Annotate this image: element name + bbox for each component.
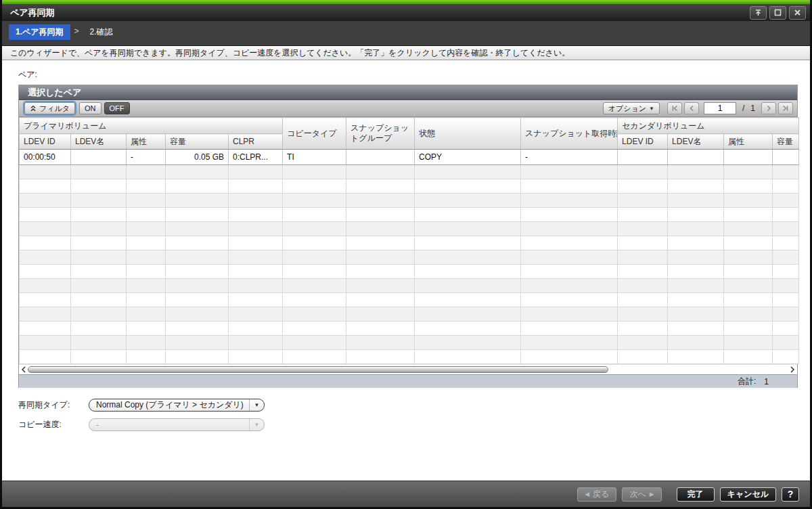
dialog-footer: ◀ 戻る 次へ ▶ 完了 キャンセル ? [2,481,810,507]
table-toolbar: フィルタ ON OFF オプション ▼ [19,100,797,117]
collapse-filter-icon [30,105,37,112]
back-button[interactable]: ◀ 戻る [577,487,616,502]
cell-snapshot-group [346,150,415,165]
column-copy-type[interactable]: コピータイプ [283,118,346,150]
cell-primary-ldev-id: 00:00:50 [20,150,71,165]
scrollbar-thumb[interactable] [28,366,608,373]
empty-table-row [20,336,799,350]
back-button-label: 戻る [593,489,609,500]
chevron-down-icon: ▼ [249,419,264,430]
first-page-button[interactable] [667,102,682,114]
resync-type-value: Normal Copy (プライマリ > セカンダリ) [89,399,249,411]
scroll-right-button[interactable] [789,366,796,374]
cell-secondary-ldev-id [618,150,668,165]
cell-primary-ldev-name [71,150,127,165]
scroll-left-icon [21,366,26,373]
empty-table-row [20,179,799,194]
cell-copy-type: TI [283,150,346,165]
chevron-down-icon: ▼ [249,399,264,411]
options-button[interactable]: オプション ▼ [603,102,660,114]
column-primary-ldev-id[interactable]: LDEV ID [20,134,71,150]
titlebar: ペア再同期 [2,4,810,21]
maximize-button[interactable] [769,6,786,20]
cell-secondary-attribute [724,150,773,165]
filter-on-button[interactable]: ON [79,102,102,114]
selected-pairs-table: 選択したペア フィルタ ON OFF オプション ▼ [18,85,798,388]
column-primary-attribute[interactable]: 属性 [127,134,166,150]
last-page-icon [782,104,790,112]
close-button[interactable] [789,6,806,20]
empty-table-row [20,293,799,307]
pair-label: ペア: [18,69,810,81]
copy-pace-label: コピー速度: [18,419,89,430]
empty-table-row [20,250,799,265]
resync-type-label: 再同期タイプ: [18,399,89,411]
cell-status: COPY [415,150,521,165]
pair-resync-dialog: ペア再同期 1.ペア再同期 > 2.確認 このウィザードで、ペアを再同期できます… [0,0,812,509]
resync-options-form: 再同期タイプ: Normal Copy (プライマリ > セカンダリ) ▼ コピ… [18,399,810,431]
column-group-secondary-volume: セカンダリボリューム [618,118,799,134]
cell-secondary-capacity [773,150,799,165]
column-secondary-ldev-id[interactable]: LDEV ID [618,134,668,150]
last-page-button[interactable] [778,102,793,114]
copy-pace-value: - [89,420,249,430]
next-arrow-icon: ▶ [650,491,654,497]
empty-table-row [20,222,799,236]
page-number-input[interactable] [704,102,736,114]
next-button-label: 次へ [629,489,646,500]
window-title: ペア再同期 [10,7,750,19]
empty-table-row [20,265,799,279]
column-group-primary-volume: プライマリボリューム [20,118,283,134]
next-page-button[interactable] [761,102,776,114]
page-total: 1 [750,104,755,113]
close-icon [793,8,802,17]
wizard-instruction: このウィザードで、ペアを再同期できます。再同期タイプ、コピー速度を選択してくださ… [2,46,810,60]
help-button[interactable]: ? [782,487,799,502]
empty-table-row [20,322,799,336]
column-primary-clpr[interactable]: CLPR [229,134,283,150]
cell-primary-clpr: 0:CLPR... [229,150,283,165]
horizontal-scrollbar [19,364,797,374]
cancel-button[interactable]: キャンセル [720,487,776,502]
filter-off-button[interactable]: OFF [104,102,130,114]
resync-type-select[interactable]: Normal Copy (プライマリ > セカンダリ) ▼ [89,399,265,412]
empty-table-row [20,208,799,222]
column-secondary-attribute[interactable]: 属性 [724,134,773,150]
table-row[interactable]: 00:00:50 - 0.05 GB 0:CLPR... TI COPY - [20,150,799,165]
step-1-pair-resync: 1.ペア再同期 [9,24,70,40]
column-secondary-ldev-name[interactable]: LDEV名 [668,134,724,150]
first-page-icon [671,104,679,112]
empty-table-row [20,194,799,208]
step-separator: > [70,24,83,38]
next-page-icon [765,104,773,112]
filter-button-focus-ring: フィルタ [23,101,76,116]
filter-controls: フィルタ ON OFF [23,101,603,116]
column-primary-ldev-name[interactable]: LDEV名 [71,134,127,150]
column-snapshot-time[interactable]: スナップショット取得時刻 [521,118,618,150]
empty-table-row [20,307,799,322]
float-window-icon [754,8,763,17]
float-window-button[interactable] [750,6,767,20]
chevron-down-icon: ▼ [649,106,654,112]
total-bar: 合計: 1 [19,374,797,388]
filter-button[interactable]: フィルタ [24,102,75,114]
column-primary-capacity[interactable]: 容量 [166,134,229,150]
scroll-left-button[interactable] [20,366,27,374]
pairs-grid: プライマリボリューム コピータイプ スナップショットグループ 状態 スナップショ… [19,117,799,364]
empty-table-row [20,279,799,293]
copy-pace-select: - ▼ [89,418,265,431]
dialog-body: ペア: 選択したペア フィルタ ON OFF オプション [2,60,810,481]
column-secondary-capacity[interactable]: 容量 [773,134,799,150]
options-button-label: オプション [608,104,646,114]
filter-button-label: フィルタ [39,104,70,114]
empty-table-row [20,350,799,364]
column-status[interactable]: 状態 [415,118,521,150]
prev-page-button[interactable] [684,102,699,114]
empty-table-row [20,236,799,250]
cell-primary-attribute: - [127,150,166,165]
next-button[interactable]: 次へ ▶ [622,487,661,502]
finish-button[interactable]: 完了 [677,487,715,502]
table-title: 選択したペア [19,85,797,100]
table-paging-controls: オプション ▼ / 1 [603,102,793,114]
column-snapshot-group[interactable]: スナップショットグループ [346,118,415,150]
